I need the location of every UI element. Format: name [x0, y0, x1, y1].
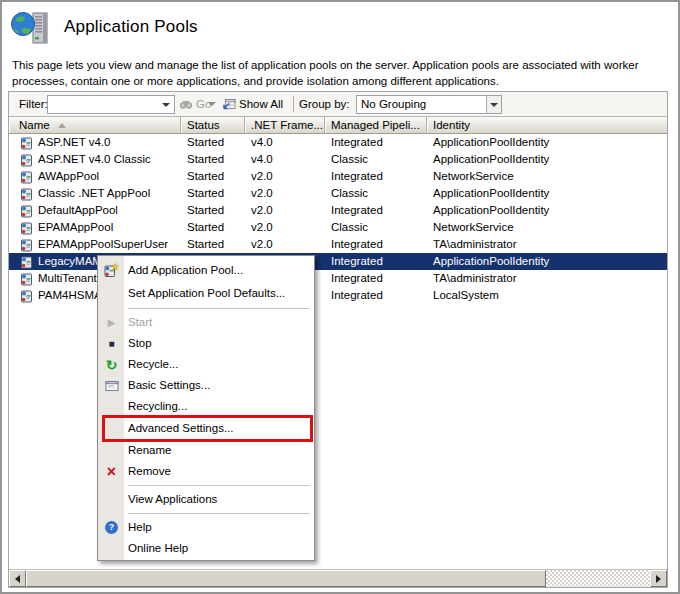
- toolbar-separator: [293, 96, 294, 112]
- menu-item-start[interactable]: ▶Start: [98, 312, 314, 333]
- app-pool-icon: [20, 204, 34, 218]
- cell-framework: v2.0: [245, 202, 325, 219]
- cell-status: Started: [181, 134, 245, 151]
- menu-item-label: Remove: [128, 465, 171, 477]
- menu-item-label: Recycle...: [128, 358, 179, 370]
- cell-identity: ApplicationPoolIdentity: [427, 151, 667, 168]
- cell-pipeline: Integrated: [325, 287, 427, 304]
- cell-status: Started: [181, 151, 245, 168]
- context-menu: Add Application Pool...Set Application P…: [97, 255, 315, 561]
- recycle-icon: ↻: [103, 357, 120, 373]
- cell-framework: v2.0: [245, 185, 325, 202]
- cell-name: EPAMAppPool: [9, 219, 181, 236]
- column-header-status[interactable]: Status: [181, 117, 245, 133]
- app-pool-icon: [20, 238, 34, 252]
- app-pool-icon: [20, 170, 34, 184]
- table-row[interactable]: EPAMAppPoolSuperUserStartedv2.0Integrate…: [9, 236, 667, 253]
- menu-item-online-help[interactable]: Online Help: [98, 538, 314, 559]
- cell-pipeline: Integrated: [325, 168, 427, 185]
- menu-item-advanced-settings[interactable]: Advanced Settings...: [98, 417, 314, 440]
- menu-item-view-applications[interactable]: View Applications: [98, 489, 314, 510]
- menu-item-stop[interactable]: ■Stop: [98, 333, 314, 354]
- menu-item-label: Recycling...: [128, 400, 187, 412]
- menu-item-help[interactable]: ?Help: [98, 517, 314, 538]
- pool-name: ASP.NET v4.0: [38, 134, 110, 151]
- column-header-name[interactable]: Name: [9, 117, 181, 133]
- app-pool-icon: [20, 153, 34, 167]
- table-row[interactable]: Classic .NET AppPoolStartedv2.0ClassicAp…: [9, 185, 667, 202]
- table-row[interactable]: EPAMAppPoolStartedv2.0ClassicNetworkServ…: [9, 219, 667, 236]
- cell-framework: v2.0: [245, 236, 325, 253]
- cell-identity: ApplicationPoolIdentity: [427, 134, 667, 151]
- filter-input[interactable]: [47, 95, 175, 114]
- cell-framework: v2.0: [245, 168, 325, 185]
- cell-status: Started: [181, 236, 245, 253]
- cell-name: Classic .NET AppPool: [9, 185, 181, 202]
- column-header-managed-pipeli[interactable]: Managed Pipeli...: [325, 117, 427, 133]
- column-header-label: Name: [19, 117, 50, 133]
- go-button[interactable]: Go: [179, 92, 211, 116]
- show-all-icon: [222, 97, 236, 111]
- menu-item-recycling[interactable]: Recycling...: [98, 396, 314, 417]
- menu-item-rename[interactable]: Rename: [98, 440, 314, 461]
- help-icon: ?: [103, 520, 120, 536]
- column-header-label: Managed Pipeli...: [331, 117, 420, 133]
- pool-name: ASP.NET v4.0 Classic: [38, 151, 151, 168]
- cell-name: ASP.NET v4.0: [9, 134, 181, 151]
- app-pool-icon: [20, 272, 34, 286]
- group-by-label: Group by:: [299, 92, 350, 116]
- menu-item-label: View Applications: [128, 493, 217, 505]
- table-row[interactable]: DefaultAppPoolStartedv2.0IntegratedAppli…: [9, 202, 667, 219]
- cell-name: AWAppPool: [9, 168, 181, 185]
- menu-item-label: Advanced Settings...: [128, 422, 233, 434]
- cell-pipeline: Integrated: [325, 270, 427, 287]
- show-all-button[interactable]: Show All: [222, 92, 283, 116]
- stop-icon: ■: [103, 336, 120, 352]
- remove-icon: ×: [103, 464, 120, 480]
- menu-item-label: Online Help: [128, 542, 188, 554]
- chevron-down-icon[interactable]: [486, 96, 501, 113]
- table-row[interactable]: ASP.NET v4.0 ClassicStartedv4.0ClassicAp…: [9, 151, 667, 168]
- pool-name: DefaultAppPool: [38, 202, 118, 219]
- column-header-net-frame[interactable]: .NET Frame...: [245, 117, 325, 133]
- add-app-pool-icon: [103, 263, 120, 279]
- scrollbar-track[interactable]: [546, 570, 650, 587]
- cell-identity: ApplicationPoolIdentity: [427, 253, 667, 270]
- column-header-identity[interactable]: Identity: [427, 117, 667, 133]
- cell-pipeline: Integrated: [325, 236, 427, 253]
- cell-identity: LocalSystem: [427, 287, 667, 304]
- cell-name: DefaultAppPool: [9, 202, 181, 219]
- dialog-icon: [103, 378, 120, 394]
- cell-status: Started: [181, 219, 245, 236]
- menu-item-basic-settings[interactable]: Basic Settings...: [98, 375, 314, 396]
- cell-status: Started: [181, 185, 245, 202]
- menu-item-recycle[interactable]: ↻Recycle...: [98, 354, 314, 375]
- cell-identity: NetworkService: [427, 168, 667, 185]
- table-row[interactable]: ASP.NET v4.0Startedv4.0IntegratedApplica…: [9, 134, 667, 151]
- cell-name: ASP.NET v4.0 Classic: [9, 151, 181, 168]
- table-row[interactable]: AWAppPoolStartedv2.0IntegratedNetworkSer…: [9, 168, 667, 185]
- go-dropdown-icon[interactable]: [208, 102, 216, 106]
- chevron-down-icon[interactable]: [162, 103, 170, 107]
- scroll-left-arrow-icon[interactable]: [9, 570, 26, 587]
- cell-identity: TA\administrator: [427, 270, 667, 287]
- app-pool-icon: [20, 255, 34, 269]
- scroll-right-arrow-icon[interactable]: [650, 570, 667, 587]
- app-pool-icon: [20, 187, 34, 201]
- horizontal-scrollbar[interactable]: [9, 569, 667, 587]
- table-header: NameStatus.NET Frame...Managed Pipeli...…: [9, 117, 667, 134]
- group-by-value: No Grouping: [361, 96, 426, 113]
- menu-item-label: Set Application Pool Defaults...: [128, 287, 285, 299]
- cell-framework: v2.0: [245, 219, 325, 236]
- column-header-label: Identity: [433, 117, 470, 133]
- menu-item-set-application-pool-defaults[interactable]: Set Application Pool Defaults...: [98, 282, 314, 305]
- group-by-select[interactable]: No Grouping: [356, 95, 502, 114]
- show-all-label: Show All: [239, 98, 283, 110]
- cell-pipeline: Classic: [325, 219, 427, 236]
- iis-application-pools-window: Application Pools This page lets you vie…: [0, 0, 680, 594]
- menu-item-remove[interactable]: ×Remove: [98, 461, 314, 482]
- menu-item-add-application-pool[interactable]: Add Application Pool...: [98, 259, 314, 282]
- pool-name: AWAppPool: [38, 168, 99, 185]
- app-pool-icon: [20, 289, 34, 303]
- scrollbar-thumb[interactable]: [26, 570, 546, 587]
